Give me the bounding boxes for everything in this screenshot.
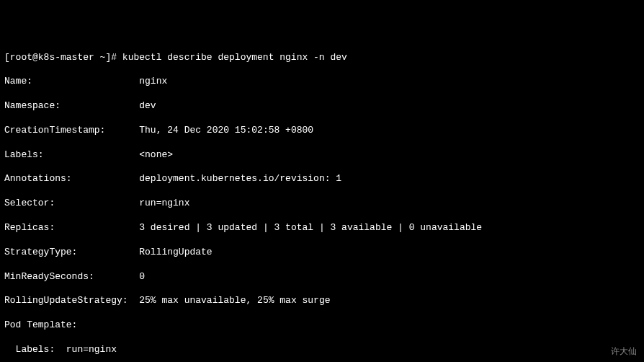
value: Thu, 24 Dec 2020 15:02:58 +0800 <box>139 125 313 136</box>
label: Name: <box>4 76 32 87</box>
podtemplate-labels: Labels: run=nginx <box>4 344 640 356</box>
value: 3 desired | 3 updated | 3 total | 3 avai… <box>139 222 482 233</box>
field-namespace: Namespace: dev <box>4 100 640 112</box>
field-creation: CreationTimestamp: Thu, 24 Dec 2020 15:0… <box>4 125 640 137</box>
field-replicas: Replicas: 3 desired | 3 updated | 3 tota… <box>4 222 640 234</box>
prompt-line-1[interactable]: [root@k8s-master ~]# kubectl describe de… <box>4 52 640 64</box>
value: 25% max unavailable, 25% max surge <box>139 295 330 306</box>
label: Annotations: <box>4 173 72 184</box>
label: CreationTimestamp: <box>4 125 105 136</box>
label: RollingUpdateStrategy: <box>4 295 128 306</box>
field-labels: Labels: <none> <box>4 149 640 162</box>
value: run=nginx <box>139 198 189 208</box>
field-name: Name: nginx <box>4 76 640 88</box>
value: nginx <box>139 76 167 87</box>
value: <none> <box>139 149 173 160</box>
field-annotations: Annotations: deployment.kubernetes.io/re… <box>4 173 640 185</box>
label: MinReadySeconds: <box>4 271 94 282</box>
value: deployment.kubernetes.io/revision: 1 <box>139 173 341 184</box>
field-strategy: StrategyType: RollingUpdate <box>4 247 640 259</box>
watermark-text: 许大仙 <box>611 346 637 358</box>
podtemplate-header: Pod Template: <box>4 319 640 332</box>
label: Labels: <box>4 149 44 160</box>
label: StrategyType: <box>4 247 77 257</box>
field-rolling: RollingUpdateStrategy: 25% max unavailab… <box>4 295 640 307</box>
field-selector: Selector: run=nginx <box>4 198 640 210</box>
label: Replicas: <box>4 222 55 233</box>
value: 0 <box>139 271 145 282</box>
value: RollingUpdate <box>139 247 212 257</box>
label: Selector: <box>4 198 55 208</box>
field-minready: MinReadySeconds: 0 <box>4 271 640 283</box>
label: Namespace: <box>4 100 61 111</box>
value: dev <box>139 100 156 111</box>
